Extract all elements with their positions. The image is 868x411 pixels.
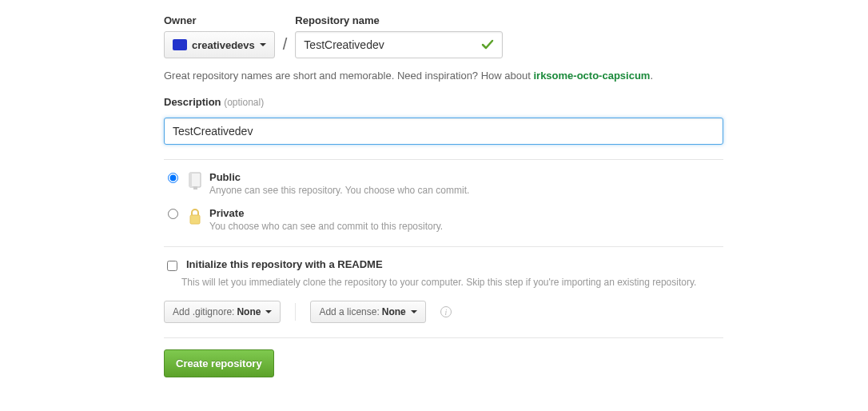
divider xyxy=(295,303,296,321)
lock-icon xyxy=(187,207,203,226)
description-input[interactable] xyxy=(164,118,723,145)
repo-name-label: Repository name xyxy=(295,14,503,26)
svg-rect-1 xyxy=(189,173,192,187)
chevron-down-icon xyxy=(260,43,266,46)
repo-name-hint: Great repository names are short and mem… xyxy=(164,70,723,82)
repo-name-input[interactable] xyxy=(296,38,481,51)
visibility-private-sub: You choose who can see and commit to thi… xyxy=(209,221,443,232)
svg-rect-3 xyxy=(190,215,200,224)
owner-name: creativedevs xyxy=(192,39,255,51)
suggestion-link[interactable]: irksome-octo-capsicum xyxy=(533,70,650,82)
owner-dropdown[interactable]: creativedevs xyxy=(164,31,275,58)
divider xyxy=(164,337,723,338)
chevron-down-icon xyxy=(265,310,272,313)
chevron-down-icon xyxy=(411,310,417,313)
init-readme-label: Initialize this repository with a README xyxy=(186,258,383,270)
create-repository-button[interactable]: Create repository xyxy=(164,349,274,377)
owner-label: Owner xyxy=(164,14,275,26)
avatar xyxy=(173,39,187,50)
init-readme-sub: This will let you immediately clone the … xyxy=(181,277,723,288)
license-dropdown[interactable]: Add a license: None xyxy=(310,301,425,323)
description-label: Description (optional) xyxy=(164,96,723,108)
visibility-public-sub: Anyone can see this repository. You choo… xyxy=(209,185,469,196)
gitignore-dropdown[interactable]: Add .gitignore: None xyxy=(164,301,281,323)
init-readme-checkbox[interactable] xyxy=(167,261,177,271)
svg-rect-2 xyxy=(193,186,197,190)
path-separator: / xyxy=(283,35,288,58)
repo-public-icon xyxy=(187,171,203,190)
visibility-public-title: Public xyxy=(209,171,469,183)
visibility-private-radio[interactable] xyxy=(168,209,178,219)
info-icon[interactable]: i xyxy=(440,306,452,317)
divider xyxy=(164,159,723,160)
visibility-private-title: Private xyxy=(209,207,443,219)
visibility-public-radio[interactable] xyxy=(168,173,178,183)
divider xyxy=(164,246,723,247)
check-icon xyxy=(481,38,494,51)
